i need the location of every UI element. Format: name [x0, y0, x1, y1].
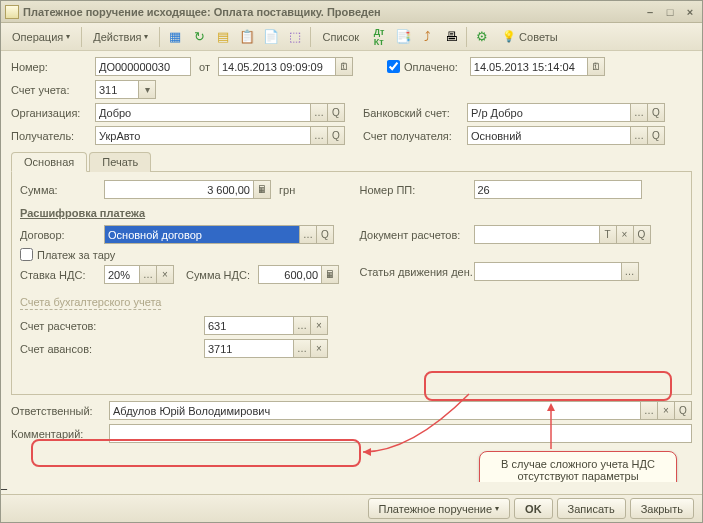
- sum-calc-icon[interactable]: 🖩: [254, 180, 271, 199]
- contract-label: Договор:: [20, 229, 100, 241]
- vat-rate-select-icon[interactable]: …: [140, 265, 157, 284]
- comment-label: Комментарий:: [11, 428, 105, 440]
- tab-print[interactable]: Печать: [89, 152, 151, 172]
- annotation-box-1: [31, 439, 361, 467]
- bank-acc-open-icon[interactable]: Q: [648, 103, 665, 122]
- refresh-icon[interactable]: ↻: [188, 26, 210, 48]
- annotation-box-2: [424, 371, 672, 401]
- pp-input[interactable]: [474, 180, 642, 199]
- advance-acc-clear-icon[interactable]: ×: [311, 339, 328, 358]
- rec-acc-input[interactable]: [467, 126, 631, 145]
- contract-select-icon[interactable]: …: [300, 225, 317, 244]
- responsible-input[interactable]: [109, 401, 641, 420]
- doc-calc-clear-icon[interactable]: ×: [617, 225, 634, 244]
- advance-acc-label: Счет авансов:: [20, 343, 200, 355]
- advance-acc-select-icon[interactable]: …: [294, 339, 311, 358]
- close-footer-button[interactable]: Закрыть: [630, 498, 694, 519]
- rec-acc-label: Счет получателя:: [363, 130, 463, 142]
- vat-sum-input[interactable]: [258, 265, 322, 284]
- bank-acc-input[interactable]: [467, 103, 631, 122]
- number-input[interactable]: [95, 57, 191, 76]
- bank-acc-select-icon[interactable]: …: [631, 103, 648, 122]
- responsible-clear-icon[interactable]: ×: [658, 401, 675, 420]
- doc-calc-t-icon[interactable]: T: [600, 225, 617, 244]
- maximize-button[interactable]: □: [662, 5, 678, 19]
- account-input[interactable]: [95, 80, 139, 99]
- responsible-select-icon[interactable]: …: [641, 401, 658, 420]
- vat-rate-input[interactable]: [104, 265, 140, 284]
- post-close-icon[interactable]: ▤: [212, 26, 234, 48]
- org-label: Организация:: [11, 107, 91, 119]
- window-title: Платежное поручение исходящее: Оплата по…: [23, 6, 642, 18]
- settle-acc-select-icon[interactable]: …: [294, 316, 311, 335]
- date-input[interactable]: [218, 57, 336, 76]
- advance-acc-input[interactable]: [204, 339, 294, 358]
- tab-main[interactable]: Основная: [11, 152, 87, 172]
- contract-input[interactable]: [104, 225, 300, 244]
- account-dropdown-icon[interactable]: ▾: [139, 80, 156, 99]
- sum-input[interactable]: [104, 180, 254, 199]
- settings-icon[interactable]: ⚙: [471, 26, 493, 48]
- rec-acc-select-icon[interactable]: …: [631, 126, 648, 145]
- responsible-open-icon[interactable]: Q: [675, 401, 692, 420]
- doc-calc-input[interactable]: [474, 225, 600, 244]
- tab-main-body: Сумма: 🖩 грн Номер ПП: Расшифровк: [11, 172, 692, 395]
- org-select-icon[interactable]: …: [311, 103, 328, 122]
- rec-acc-open-icon[interactable]: Q: [648, 126, 665, 145]
- paid-date-input[interactable]: [470, 57, 588, 76]
- annotation-callout: В случае сложного учета НДС отсутствуют …: [479, 451, 677, 482]
- recipient-select-icon[interactable]: …: [311, 126, 328, 145]
- settle-acc-label: Счет расчетов:: [20, 320, 200, 332]
- minimize-button[interactable]: –: [642, 5, 658, 19]
- vat-rate-clear-icon[interactable]: ×: [157, 265, 174, 284]
- ok-button[interactable]: OK: [514, 498, 553, 519]
- settle-acc-input[interactable]: [204, 316, 294, 335]
- doc-calc-label: Документ расчетов:: [360, 229, 470, 241]
- toolbar: Операция▾ Действия▾ ▦ ↻ ▤ 📋 📄 ⬚ Список Д…: [1, 23, 702, 51]
- cash-flow-input[interactable]: [474, 262, 622, 281]
- print-icon[interactable]: 🖶: [440, 26, 462, 48]
- vat-sum-calc-icon[interactable]: 🖩: [322, 265, 339, 284]
- report-icon[interactable]: 📑: [392, 26, 414, 48]
- structure-icon[interactable]: ⬚: [284, 26, 306, 48]
- vat-rate-label: Ставка НДС:: [20, 269, 100, 281]
- footer: Платежное поручение▾ OK Записать Закрыть: [1, 494, 702, 522]
- account-label: Счет учета:: [11, 84, 91, 96]
- pp-label: Номер ПП:: [360, 184, 470, 196]
- post-icon[interactable]: ▦: [164, 26, 186, 48]
- date-picker-icon[interactable]: 🗓: [336, 57, 353, 76]
- number-label: Номер:: [11, 61, 91, 73]
- tree-icon[interactable]: ⤴: [416, 26, 438, 48]
- dtkt-icon[interactable]: ДтКт: [368, 26, 390, 48]
- records-icon[interactable]: 📋: [236, 26, 258, 48]
- recipient-open-icon[interactable]: Q: [328, 126, 345, 145]
- operation-menu[interactable]: Операция▾: [5, 26, 77, 48]
- close-button[interactable]: ×: [682, 5, 698, 19]
- document-icon: [5, 5, 19, 19]
- doc-calc-open-icon[interactable]: Q: [634, 225, 651, 244]
- tab-strip: Основная Печать: [11, 151, 692, 172]
- paid-label: Оплачено:: [404, 61, 458, 73]
- cash-flow-label: Статья движения ден. средств:: [360, 266, 470, 278]
- org-input[interactable]: [95, 103, 311, 122]
- tare-label: Платеж за тару: [37, 249, 115, 261]
- payment-order-button[interactable]: Платежное поручение▾: [368, 498, 511, 519]
- currency-label: грн: [279, 184, 295, 196]
- org-open-icon[interactable]: Q: [328, 103, 345, 122]
- basis-icon[interactable]: 📄: [260, 26, 282, 48]
- actions-menu[interactable]: Действия▾: [86, 26, 155, 48]
- paid-date-picker-icon[interactable]: 🗓: [588, 57, 605, 76]
- tips-button[interactable]: 💡Советы: [495, 26, 564, 48]
- list-button[interactable]: Список: [315, 26, 366, 48]
- recipient-input[interactable]: [95, 126, 311, 145]
- svg-marker-0: [363, 448, 371, 456]
- save-button[interactable]: Записать: [557, 498, 626, 519]
- decode-header: Расшифровка платежа: [20, 207, 683, 219]
- cash-flow-select-icon[interactable]: …: [622, 262, 639, 281]
- settle-acc-clear-icon[interactable]: ×: [311, 316, 328, 335]
- from-label: от: [199, 61, 210, 73]
- contract-open-icon[interactable]: Q: [317, 225, 334, 244]
- tare-checkbox[interactable]: [20, 248, 33, 261]
- paid-checkbox[interactable]: [387, 60, 400, 73]
- form-body: Номер: от 🗓 Оплачено: 🗓 Счет учета: ▾: [1, 51, 702, 482]
